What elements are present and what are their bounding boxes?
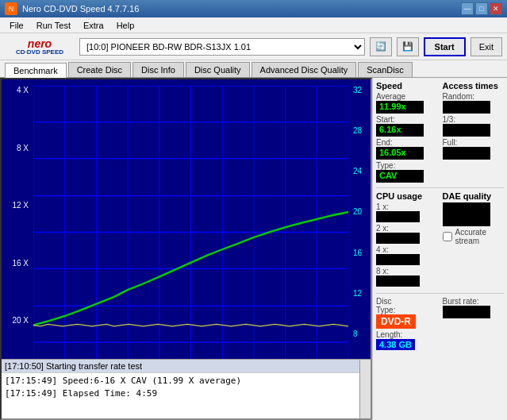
- title-bar-controls[interactable]: — □ ✕: [461, 2, 502, 15]
- access-col: Access times Random: 1/3: Full:: [443, 81, 505, 184]
- divider-2: [376, 293, 504, 294]
- y-axis-left: 24 X 20 X 16 X 12 X 8 X 4 X: [3, 86, 32, 383]
- cpu-1x-value: [376, 211, 420, 222]
- y-right-20: 20: [353, 207, 362, 216]
- log-entry-2: [17:15:49] Elapsed Time: 4:59: [5, 387, 367, 400]
- access-onethird-label: 1/3:: [443, 115, 505, 124]
- y-label-20: 20 X: [12, 316, 29, 325]
- log-timestamp-0: [17:10:50]: [5, 361, 44, 371]
- burst-rate-value: [443, 306, 490, 318]
- cpu-row: CPU usage 1 x: 2 x: 4 x: 8 x: DAE qualit…: [376, 191, 504, 288]
- drive-selector[interactable]: [10:0] PIONEER BD-RW BDR-S13JX 1.01: [79, 38, 365, 56]
- tab-advanced-disc-quality[interactable]: Advanced Disc Quality: [252, 62, 357, 77]
- y-right-16: 16: [353, 249, 362, 257]
- y-right-8: 8: [353, 329, 358, 338]
- disc-section: Disc Type: DVD-R Length: 4.38 GB Burst r…: [376, 297, 504, 352]
- y-right-24: 24: [353, 167, 362, 175]
- refresh-button[interactable]: 🔄: [370, 37, 392, 56]
- menu-help[interactable]: Help: [110, 19, 141, 32]
- speed-type-label: Type:: [376, 161, 438, 170]
- tab-benchmark[interactable]: Benchmark: [5, 63, 67, 78]
- chart-svg: [33, 86, 348, 379]
- accurate-stream-row: Accurate stream: [443, 228, 505, 245]
- cpu-title: CPU usage: [376, 191, 438, 201]
- y-label-12: 12 X: [12, 201, 29, 210]
- log-content: [17:15:49] Speed:6-16 X CAV (11.99 X ave…: [2, 373, 371, 402]
- cpu-4x-label: 4 x:: [376, 245, 438, 254]
- y-right-28: 28: [353, 126, 362, 135]
- speed-average-label: Average: [376, 92, 438, 101]
- speed-type-value: CAV: [376, 170, 424, 183]
- chart-container: 24 X 20 X 16 X 12 X 8 X 4 X: [0, 78, 372, 420]
- log-timestamp-2: [17:15:49]: [5, 388, 57, 399]
- tab-disc-info[interactable]: Disc Info: [133, 62, 184, 77]
- speed-average-value: 11.99x: [376, 101, 424, 114]
- log-entry-1: [17:15:49] Speed:6-16 X CAV (11.99 X ave…: [5, 375, 367, 387]
- speed-header-row: Speed Average 11.99x Start: 6.16x End: 1…: [376, 81, 504, 184]
- close-button[interactable]: ✕: [490, 2, 502, 15]
- log-header: [17:10:50] Starting transfer rate test: [2, 360, 371, 373]
- tab-scan-disc[interactable]: ScanDisc: [358, 62, 412, 77]
- disc-type-col: Disc Type: DVD-R Length: 4.38 GB: [376, 297, 438, 352]
- accurate-stream-checkbox[interactable]: [443, 232, 452, 241]
- interface-col: Burst rate:: [443, 297, 505, 352]
- cpu-2x-value: [376, 233, 420, 244]
- log-area: [17:10:50] Starting transfer rate test […: [2, 359, 371, 418]
- dae-value: [443, 202, 490, 226]
- right-panel: Speed Average 11.99x Start: 6.16x End: 1…: [372, 78, 507, 420]
- exit-button[interactable]: Exit: [471, 37, 502, 56]
- nero-top-text: nero: [28, 38, 52, 49]
- burst-rate-label: Burst rate:: [443, 297, 505, 306]
- title-bar-left: N Nero CD-DVD Speed 4.7.7.16: [5, 2, 139, 15]
- access-random-value: [443, 101, 490, 114]
- speed-section: Speed Average 11.99x Start: 6.16x End: 1…: [376, 81, 504, 184]
- disc-length-label: Length:: [376, 330, 438, 339]
- log-text-1: Speed:6-16 X CAV (11.99 X average): [63, 376, 241, 386]
- log-text-0: Starting transfer rate test: [46, 361, 142, 371]
- menu-bar: File Run Test Extra Help: [0, 17, 507, 33]
- title-bar: N Nero CD-DVD Speed 4.7.7.16 — □ ✕: [0, 0, 507, 17]
- cpu-1x-label: 1 x:: [376, 202, 438, 211]
- speed-end-value: 16.05x: [376, 147, 424, 160]
- y-label-4: 4 X: [17, 86, 29, 94]
- tab-bar: Benchmark Create Disc Disc Info Disc Qua…: [0, 60, 507, 78]
- app-icon: N: [5, 2, 17, 15]
- menu-extra[interactable]: Extra: [77, 19, 110, 32]
- menu-run-test[interactable]: Run Test: [30, 19, 77, 32]
- y-right-12: 12: [353, 289, 362, 298]
- accurate-stream-label: Accurate stream: [455, 228, 505, 245]
- tab-disc-quality[interactable]: Disc Quality: [186, 62, 250, 77]
- maximize-button[interactable]: □: [475, 2, 488, 15]
- cpu-2x-label: 2 x:: [376, 224, 438, 233]
- speed-col: Speed Average 11.99x Start: 6.16x End: 1…: [376, 81, 438, 184]
- log-scrollbar[interactable]: [359, 360, 371, 418]
- nero-logo: nero CD·DVD SPEED: [5, 36, 75, 58]
- disc-type-label: Type:: [376, 306, 438, 314]
- y-label-16: 16 X: [12, 259, 29, 268]
- access-full-label: Full:: [443, 138, 505, 147]
- log-timestamp-1: [17:15:49]: [5, 376, 57, 386]
- disc-row: Disc Type: DVD-R Length: 4.38 GB Burst r…: [376, 297, 504, 352]
- divider-1: [376, 187, 504, 188]
- start-button[interactable]: Start: [424, 37, 466, 56]
- dae-col: DAE quality Accurate stream: [443, 191, 505, 288]
- access-onethird-value: [443, 124, 490, 137]
- access-title: Access times: [443, 81, 505, 91]
- log-text-2: Elapsed Time: 4:59: [63, 388, 157, 399]
- minimize-button[interactable]: —: [461, 2, 474, 15]
- speed-title: Speed: [376, 81, 438, 91]
- speed-start-label: Start:: [376, 115, 438, 124]
- disc-length-badge: 4.38 GB: [376, 339, 415, 350]
- save-button[interactable]: 💾: [397, 37, 419, 56]
- cpu-8x-value: [376, 276, 420, 287]
- menu-file[interactable]: File: [3, 19, 30, 32]
- y-right-32: 32: [353, 86, 362, 94]
- speed-start-value: 6.16x: [376, 124, 424, 137]
- disc-type-title: Disc: [376, 297, 438, 306]
- y-axis-right: 32 28 24 20 16 12 8 4: [350, 86, 369, 379]
- cpu-col: CPU usage 1 x: 2 x: 4 x: 8 x:: [376, 191, 438, 288]
- dae-title: DAE quality: [443, 191, 505, 201]
- main-content: 24 X 20 X 16 X 12 X 8 X 4 X: [0, 78, 507, 420]
- window-title: Nero CD-DVD Speed 4.7.7.16: [22, 4, 139, 13]
- tab-create-disc[interactable]: Create Disc: [68, 62, 131, 77]
